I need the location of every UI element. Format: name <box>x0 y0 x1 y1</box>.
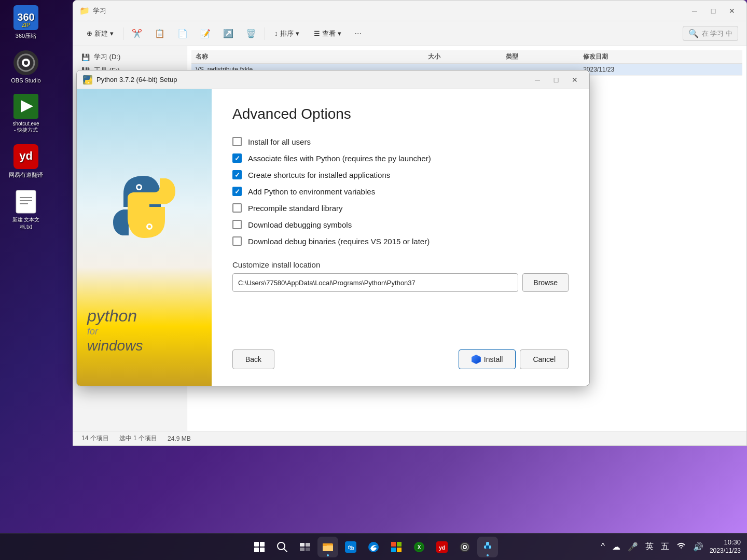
toolbar-sep2 <box>265 27 265 40</box>
clock-display[interactable]: 10:30 2023/11/23 <box>710 538 741 555</box>
svg-rect-38 <box>397 542 402 547</box>
option-add-to-path[interactable]: Add Python to environment variables <box>232 187 569 196</box>
drive-d-icon: 💾 <box>81 53 90 61</box>
tray-chevron-icon[interactable]: ^ <box>599 540 607 553</box>
desktop-icon-360zip[interactable]: 360 ZIP 360压缩 <box>5 5 47 40</box>
option-create-shortcuts-label: Create shortcuts for installed applicati… <box>248 171 390 179</box>
option-install-all-users[interactable]: Install for all users <box>232 137 569 146</box>
explorer-title: 📁 学习 <box>79 6 106 16</box>
toolbar-sep1 <box>123 27 123 40</box>
cancel-button[interactable]: Cancel <box>520 349 569 369</box>
explorer-maximize-button[interactable]: □ <box>705 4 722 18</box>
dialog-close-button[interactable]: ✕ <box>566 73 583 87</box>
sidebar-item-d-label: 学习 (D:) <box>94 52 120 62</box>
checkbox-add-to-path[interactable] <box>232 187 242 196</box>
install-path-input[interactable] <box>232 273 518 292</box>
taskbar-msstore-button[interactable] <box>386 537 407 557</box>
col-date: 修改日期 <box>583 52 738 61</box>
table-header: 名称 大小 类型 修改日期 <box>191 50 742 64</box>
taskbar-taskview-button[interactable] <box>295 537 315 557</box>
svg-rect-23 <box>254 548 259 552</box>
explorer-minimize-button[interactable]: ─ <box>686 4 703 18</box>
svg-point-15 <box>87 76 88 77</box>
option-debug-symbols[interactable]: Download debugging symbols <box>232 220 569 229</box>
taskbar-xbox-button[interactable]: X <box>409 537 430 557</box>
tray-cloud-icon[interactable]: ☁ <box>610 540 622 554</box>
svg-rect-11 <box>16 190 36 213</box>
tray-volume-icon[interactable]: 🔊 <box>691 540 706 554</box>
desktop-icon-youdao[interactable]: yd 网易有道翻译 <box>5 144 47 179</box>
option-precompile[interactable]: Precompile standard library <box>232 203 569 213</box>
explorer-search-box[interactable]: 🔍 在 学习 中 <box>683 26 738 41</box>
svg-rect-21 <box>254 542 259 547</box>
svg-point-48 <box>464 546 466 548</box>
toolbar-sort-label: 排序 <box>280 29 294 38</box>
checkbox-precompile[interactable] <box>232 203 242 213</box>
taskbar-tool-button[interactable] <box>477 537 498 557</box>
toolbar-copy-icon[interactable]: 📋 <box>150 25 169 41</box>
python-logo-small-icon <box>83 75 92 85</box>
python-logo <box>103 165 186 250</box>
taskbar-youdao-button[interactable]: yd <box>432 537 452 557</box>
tray-lang1-icon[interactable]: 英 <box>643 539 656 554</box>
sidebar-item-d-drive[interactable]: 💾 学习 (D:) <box>73 50 187 64</box>
checkbox-debug-symbols[interactable] <box>232 220 242 229</box>
svg-rect-28 <box>306 543 310 547</box>
python-brand-text: python for windows <box>87 306 143 355</box>
desktop-icons: 360 ZIP 360压缩 OBS Studio <box>5 5 47 231</box>
desktop-icon-newfile[interactable]: 新建 文本文档.txt <box>5 189 47 231</box>
svg-rect-27 <box>300 543 305 547</box>
taskbar-edge-button[interactable] <box>363 537 384 557</box>
svg-rect-30 <box>306 548 310 551</box>
taskbar-store-button[interactable]: 🛍 <box>340 537 361 557</box>
desktop-icon-obs[interactable]: OBS Studio <box>5 50 47 83</box>
options-list: Install for all users Associate files wi… <box>232 137 569 246</box>
checkbox-install-all-users[interactable] <box>232 137 242 146</box>
option-create-shortcuts[interactable]: Create shortcuts for installed applicati… <box>232 170 569 179</box>
install-location-row: Browse <box>232 273 569 292</box>
svg-rect-37 <box>391 542 396 547</box>
dialog-footer: Back Install Cancel <box>232 349 569 369</box>
toolbar-delete-icon[interactable]: 🗑️ <box>242 25 260 41</box>
svg-rect-40 <box>397 548 402 552</box>
taskbar-search-button[interactable] <box>272 537 293 557</box>
svg-text:🛍: 🛍 <box>348 544 354 551</box>
toolbar-sort-button[interactable]: ↕ 排序 ▾ <box>269 26 305 41</box>
desktop-icon-shotcut[interactable]: shotcut.exe- 快捷方式 <box>5 94 47 134</box>
svg-rect-32 <box>323 545 333 551</box>
folder-icon: 📁 <box>79 6 90 16</box>
toolbar-view-button[interactable]: ☰ 查看 ▾ <box>309 26 347 41</box>
checkbox-create-shortcuts[interactable] <box>232 170 242 179</box>
dialog-maximize-button[interactable]: □ <box>548 73 564 87</box>
taskbar-obs-button[interactable] <box>454 537 475 557</box>
install-location-label: Customize install location <box>232 260 569 269</box>
svg-point-16 <box>88 82 89 83</box>
toolbar-cut-icon[interactable]: ✂️ <box>128 25 146 41</box>
taskbar-tray-icons: ^ ☁ 🎤 英 五 🔊 <box>599 539 706 554</box>
tray-wifi-icon[interactable] <box>674 539 688 554</box>
svg-line-26 <box>284 549 287 552</box>
toolbar-new-button[interactable]: ⊕ 新建 ▾ <box>81 26 119 41</box>
tray-mic-icon[interactable]: 🎤 <box>626 540 640 554</box>
taskbar-explorer-button[interactable] <box>317 537 338 557</box>
browse-button[interactable]: Browse <box>522 273 569 292</box>
newfile-icon <box>13 189 38 214</box>
dialog-minimize-button[interactable]: ─ <box>529 73 546 87</box>
toolbar-share-icon[interactable]: ↗️ <box>219 25 238 41</box>
taskbar-start-button[interactable] <box>249 537 270 557</box>
checkbox-debug-binaries[interactable] <box>232 236 242 246</box>
toolbar-more-icon[interactable]: ··· <box>351 26 366 41</box>
toolbar-new-chevron: ▾ <box>110 30 114 37</box>
explorer-close-button[interactable]: ✕ <box>724 4 740 18</box>
svg-rect-29 <box>300 548 305 551</box>
toolbar-rename-icon[interactable]: 📝 <box>196 25 215 41</box>
youdao-icon: yd <box>13 144 38 169</box>
taskbar-icons-center: 🛍 <box>249 537 498 557</box>
install-button[interactable]: Install <box>459 349 516 369</box>
back-button[interactable]: Back <box>232 349 274 369</box>
tray-lang2-icon[interactable]: 五 <box>659 539 671 554</box>
option-associate-files[interactable]: Associate files with Python (requires th… <box>232 153 569 163</box>
option-debug-binaries[interactable]: Download debug binaries (requires VS 201… <box>232 236 569 246</box>
checkbox-associate-files[interactable] <box>232 153 242 163</box>
toolbar-paste-icon[interactable]: 📄 <box>173 25 192 41</box>
